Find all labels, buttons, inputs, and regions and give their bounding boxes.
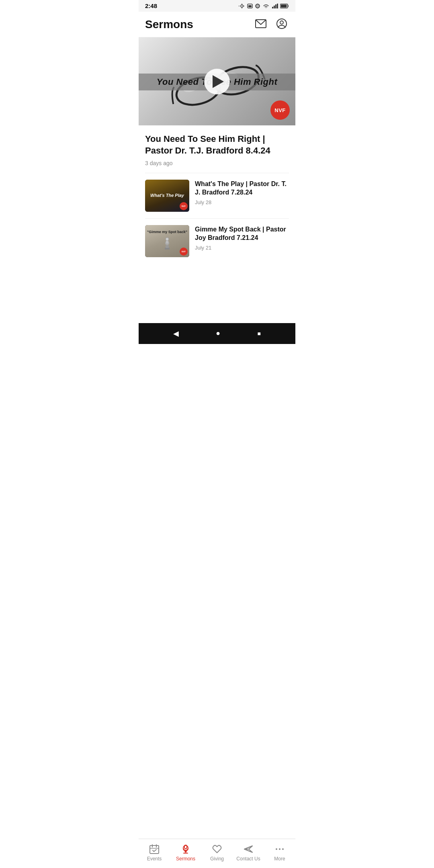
profile-icon xyxy=(276,18,287,29)
thumb-gimme-bg: "Gimme my Spot back" NVF xyxy=(145,225,189,257)
mail-button[interactable] xyxy=(254,17,268,31)
page-title: Sermons xyxy=(145,18,193,31)
thumb-label: What's The Play xyxy=(149,191,186,200)
signal-icon xyxy=(272,4,278,8)
svg-rect-10 xyxy=(272,7,273,8)
svg-rect-26 xyxy=(166,245,169,248)
android-home-button[interactable]: ● xyxy=(216,329,220,338)
settings-icon xyxy=(239,4,245,8)
chess-piece-icon xyxy=(159,236,175,250)
sim-icon xyxy=(247,4,253,8)
sermon-title: What's The Play | Pastor Dr. T. J. Bradf… xyxy=(195,180,289,197)
mail-icon xyxy=(255,19,266,29)
svg-point-19 xyxy=(280,21,283,24)
featured-sermon-info: You Need To See Him Right | Pastor Dr. T… xyxy=(139,125,295,172)
svg-point-0 xyxy=(241,5,243,7)
app-header: Sermons xyxy=(139,12,295,37)
sermon-item[interactable]: What's The Play NVF What's The Play | Pa… xyxy=(145,173,289,218)
svg-rect-6 xyxy=(248,5,252,7)
battery-icon xyxy=(280,4,289,8)
svg-rect-16 xyxy=(281,4,287,7)
play-triangle-icon xyxy=(213,75,224,88)
featured-sermon-title: You Need To See Him Right | Pastor Dr. T… xyxy=(145,133,289,156)
svg-rect-12 xyxy=(275,4,276,8)
sermon-thumbnail: "Gimme my Spot back" NVF xyxy=(145,225,189,257)
status-icons xyxy=(239,4,289,8)
play-button[interactable] xyxy=(204,69,230,94)
sermon-thumbnail: What's The Play NVF xyxy=(145,180,189,212)
thumb-whatsplay-bg: What's The Play NVF xyxy=(145,180,189,212)
featured-video[interactable]: You Need To See Him Right NVF xyxy=(139,37,295,125)
svg-rect-15 xyxy=(288,5,289,7)
profile-button[interactable] xyxy=(274,16,289,32)
svg-rect-11 xyxy=(274,6,275,8)
svg-point-29 xyxy=(166,237,169,241)
wifi-icon xyxy=(262,4,270,8)
featured-sermon-date: 3 days ago xyxy=(145,160,289,166)
sermon-details: Gimme My Spot Back | Pastor Joy Bradford… xyxy=(195,225,289,251)
sermon-date: July 28 xyxy=(195,199,289,205)
sermon-details: What's The Play | Pastor Dr. T. J. Bradf… xyxy=(195,180,289,205)
android-back-button[interactable]: ◀ xyxy=(173,329,179,338)
status-time: 2:48 xyxy=(145,2,157,9)
header-actions xyxy=(254,16,289,32)
android-recent-button[interactable]: ■ xyxy=(257,330,260,337)
svg-rect-13 xyxy=(277,4,278,8)
sermon-date: July 21 xyxy=(195,245,289,251)
sermon-item[interactable]: "Gimme my Spot back" NVF Gimme My Spot B… xyxy=(145,218,289,264)
main-content: You Need To See Him Right NVF You Need T… xyxy=(139,37,295,296)
sermon-title: Gimme My Spot Back | Pastor Joy Bradford… xyxy=(195,225,289,242)
thumb-nvf-badge: NVF xyxy=(180,202,188,210)
thumb-nvf-badge: NVF xyxy=(180,248,188,256)
vpn-icon xyxy=(255,4,260,8)
sermon-list: What's The Play NVF What's The Play | Pa… xyxy=(139,173,295,264)
android-nav-bar: ◀ ● ■ xyxy=(139,323,295,344)
status-bar: 2:48 xyxy=(139,0,295,12)
